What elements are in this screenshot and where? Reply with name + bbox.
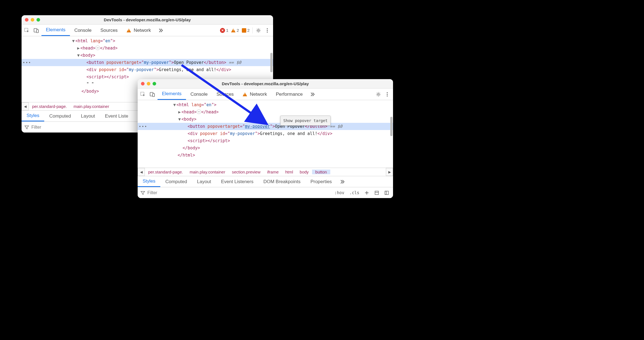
warning-icon — [243, 92, 247, 96]
subtab-computed[interactable]: Computed — [44, 111, 76, 121]
crumb-item[interactable]: html — [282, 170, 296, 174]
breadcrumb: ◀ per.standard-page. main.play.container… — [138, 168, 393, 176]
subtab-styles[interactable]: Styles — [22, 111, 44, 121]
device-toggle-icon[interactable] — [33, 27, 39, 33]
dom-line-body[interactable]: ▼<body> — [22, 52, 273, 59]
crumb-item[interactable]: main.play.container — [70, 104, 112, 109]
tabbar: Elements Console Sources Network Perform… — [138, 89, 393, 100]
svg-rect-15 — [385, 191, 389, 194]
subtab-computed[interactable]: Computed — [160, 176, 192, 187]
dom-line-body-close[interactable]: </body> — [138, 144, 393, 152]
subtab-event-listeners[interactable]: Event Listeners — [216, 176, 258, 187]
tab-console[interactable]: Console — [186, 89, 212, 100]
svg-point-11 — [387, 92, 388, 93]
warning-badge[interactable]: 2 — [231, 28, 239, 33]
scrollbar[interactable] — [270, 53, 273, 72]
dom-line-html[interactable]: ▼<html lang="en"> — [138, 101, 393, 108]
crumb-scroll-left-icon[interactable]: ◀ — [22, 102, 29, 110]
devtools-window-2: DevTools - developer.mozilla.org/en-US/p… — [138, 79, 393, 198]
selection-marker-icon: ••• — [139, 123, 147, 130]
subtab-event-listeners[interactable]: Event Liste — [100, 111, 133, 121]
maximize-button[interactable] — [153, 82, 156, 85]
settings-icon[interactable] — [375, 91, 381, 97]
tabs-overflow[interactable] — [307, 89, 318, 100]
inspect-icon[interactable] — [24, 27, 30, 33]
subtab-layout[interactable]: Layout — [76, 111, 100, 121]
dom-line-head[interactable]: ▶<head>⋯</head> — [138, 108, 393, 116]
crumb-item[interactable]: main.play.container — [186, 170, 229, 174]
minimize-button[interactable] — [31, 18, 34, 22]
ellipsis-icon[interactable]: ⋯ — [197, 110, 201, 114]
subtab-layout[interactable]: Layout — [192, 176, 216, 187]
dom-line-head[interactable]: ▶<head>⋯</head> — [22, 45, 273, 52]
tab-elements[interactable]: Elements — [41, 25, 70, 36]
crumb-item[interactable]: body — [296, 170, 312, 174]
cls-toggle[interactable]: .cls — [348, 190, 360, 195]
maximize-button[interactable] — [36, 18, 40, 22]
more-icon[interactable] — [264, 27, 270, 33]
popovertarget-link[interactable]: my-popover — [245, 124, 270, 129]
crumb-scroll-right-icon[interactable]: ▶ — [386, 168, 393, 176]
traffic-lights — [141, 82, 156, 85]
tabbar: Elements Console Sources Network ✕1 2 2 — [22, 25, 273, 36]
info-badge[interactable]: 2 — [242, 28, 250, 33]
crumb-item[interactable]: section.preview — [229, 170, 264, 174]
subtab-styles[interactable]: Styles — [138, 176, 160, 187]
computed-toggle-icon[interactable] — [373, 190, 380, 195]
error-badge[interactable]: ✕1 — [220, 28, 228, 33]
more-icon[interactable] — [384, 91, 390, 97]
tab-network[interactable]: Network — [122, 25, 155, 36]
filter-input[interactable] — [147, 190, 330, 195]
tab-console[interactable]: Console — [70, 25, 96, 36]
tab-elements[interactable]: Elements — [158, 89, 186, 100]
titlebar[interactable]: DevTools - developer.mozilla.org/en-US/p… — [22, 15, 273, 25]
tab-network[interactable]: Network — [238, 89, 271, 100]
svg-rect-16 — [385, 191, 386, 194]
subtab-properties[interactable]: Properties — [305, 176, 337, 187]
dom-line-div[interactable]: <div popover id="my-popover">Greetings, … — [22, 66, 273, 73]
warning-icon — [127, 28, 131, 32]
scrollbar[interactable] — [390, 117, 392, 136]
dom-line-script[interactable]: <script></script> — [138, 137, 393, 144]
dom-line-html[interactable]: ▼<html lang="en"> — [22, 37, 273, 45]
window-title: DevTools - developer.mozilla.org/en-US/p… — [138, 81, 393, 86]
svg-point-10 — [378, 94, 379, 95]
settings-icon[interactable] — [255, 27, 261, 33]
close-button[interactable] — [25, 18, 28, 22]
svg-rect-14 — [375, 191, 379, 194]
svg-point-5 — [267, 30, 268, 31]
inspect-icon[interactable] — [140, 91, 146, 97]
new-style-rule-icon[interactable] — [363, 190, 370, 195]
tab-sources[interactable]: Sources — [96, 25, 122, 36]
styles-tabbar: Styles Computed Layout Event Listeners D… — [138, 176, 393, 187]
dom-line-button[interactable]: ••• <button popovertarget="my-popover">O… — [22, 59, 273, 66]
crumb-item[interactable]: per.standard-page. — [29, 104, 70, 109]
minimize-button[interactable] — [147, 82, 150, 85]
subtab-overflow[interactable] — [337, 176, 348, 187]
dom-line-body[interactable]: ▼<body> — [138, 116, 393, 123]
dom-tree[interactable]: ▼<html lang="en"> ▶<head>⋯</head> ▼<body… — [138, 100, 393, 168]
layout-toggle-icon[interactable] — [383, 190, 390, 195]
dom-line-html-close[interactable]: </html> — [138, 152, 393, 159]
close-button[interactable] — [141, 82, 145, 85]
crumb-item[interactable]: iframe — [264, 170, 282, 174]
svg-point-6 — [267, 32, 268, 33]
svg-point-12 — [387, 94, 388, 95]
hov-toggle[interactable]: :hov — [333, 190, 345, 195]
crumb-item-selected[interactable]: button — [312, 170, 330, 174]
tab-performance[interactable]: Performance — [271, 89, 307, 100]
crumb-scroll-left-icon[interactable]: ◀ — [138, 168, 145, 176]
error-icon: ✕ — [220, 28, 225, 33]
ellipsis-icon[interactable]: ⋯ — [95, 46, 100, 50]
tab-sources[interactable]: Sources — [212, 89, 238, 100]
titlebar[interactable]: DevTools - developer.mozilla.org/en-US/p… — [138, 79, 393, 89]
tabs-overflow[interactable] — [155, 25, 166, 36]
info-icon — [242, 28, 246, 33]
dom-line-div[interactable]: <div popover id="my-popover">Greetings, … — [138, 130, 393, 137]
device-toggle-icon[interactable] — [149, 91, 155, 97]
svg-point-3 — [258, 30, 259, 31]
dom-line-button[interactable]: ••• <button popovertarget="my-popover">O… — [138, 123, 393, 130]
subtab-dom-breakpoints[interactable]: DOM Breakpoints — [258, 176, 305, 187]
crumb-item[interactable]: per.standard-page. — [145, 170, 186, 174]
filter-icon — [140, 190, 145, 195]
